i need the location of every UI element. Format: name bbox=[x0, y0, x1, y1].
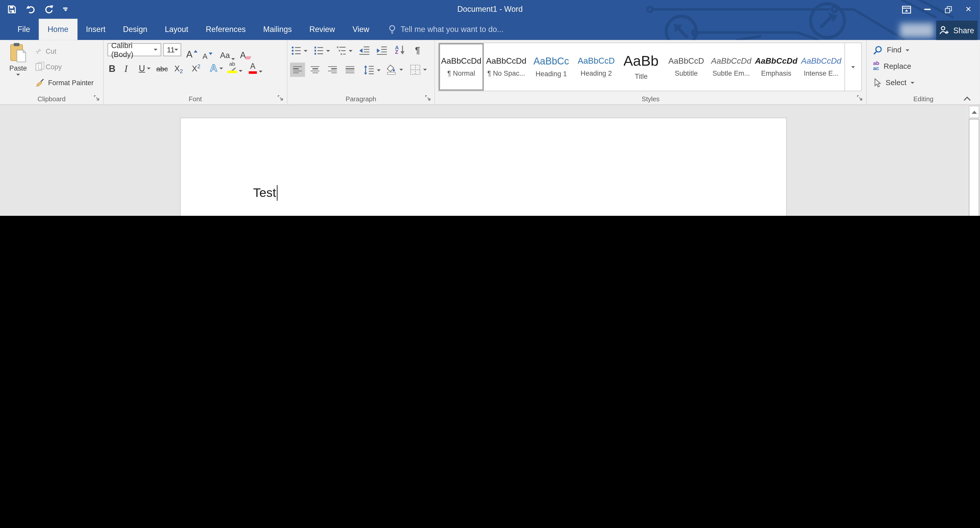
underline-dropdown-arrow[interactable] bbox=[147, 67, 151, 69]
highlight-dropdown-arrow[interactable] bbox=[239, 70, 242, 72]
find-dropdown-arrow[interactable] bbox=[906, 49, 910, 51]
bullets-dropdown-arrow[interactable] bbox=[304, 49, 308, 51]
increase-indent-button[interactable] bbox=[376, 45, 387, 57]
replace-button[interactable]: ab ac Replace bbox=[873, 59, 911, 73]
cut-label: Cut bbox=[46, 48, 56, 55]
decrease-indent-icon bbox=[359, 46, 370, 56]
line-spacing-button[interactable] bbox=[364, 64, 380, 76]
tab-mailings[interactable]: Mailings bbox=[255, 19, 301, 40]
clear-formatting-button[interactable]: A bbox=[240, 45, 251, 59]
line-spacing-dropdown-arrow[interactable] bbox=[377, 69, 381, 71]
text-highlight-button[interactable]: ab bbox=[228, 62, 242, 73]
style-subtitle[interactable]: AaBbCcD Subtitle bbox=[663, 43, 709, 91]
font-dialog-launcher[interactable] bbox=[277, 95, 284, 101]
justify-button[interactable] bbox=[342, 63, 358, 77]
sort-arrow-icon bbox=[400, 45, 405, 55]
document-page[interactable]: Test bbox=[180, 118, 787, 216]
share-button[interactable]: Share bbox=[936, 21, 977, 40]
find-button[interactable]: Find bbox=[873, 43, 910, 57]
lightbulb-icon bbox=[388, 25, 396, 34]
redo-button[interactable] bbox=[45, 5, 54, 14]
style-intense-emphasis[interactable]: AaBbCcDd Intense E... bbox=[799, 43, 844, 91]
style-normal[interactable]: AaBbCcDd ¶ Normal bbox=[439, 43, 484, 91]
style-subtle-emphasis[interactable]: AaBbCcDd Subtle Em... bbox=[709, 43, 754, 91]
superscript-button[interactable]: X2 bbox=[192, 64, 200, 73]
copy-pages-icon bbox=[35, 63, 41, 70]
underline-button[interactable]: U bbox=[139, 64, 151, 72]
text-effects-button[interactable]: A bbox=[210, 63, 223, 73]
clipboard-dialog-launcher[interactable] bbox=[94, 95, 100, 101]
shrink-font-arrow-icon bbox=[209, 53, 213, 55]
styles-dialog-launcher[interactable] bbox=[857, 95, 863, 101]
vertical-scrollbar[interactable] bbox=[968, 105, 980, 216]
editing-group: Find ab ac Replace Select Editing bbox=[867, 40, 980, 105]
tab-home[interactable]: Home bbox=[39, 19, 77, 40]
align-left-button[interactable] bbox=[290, 63, 305, 77]
ribbon-display-options-button[interactable] bbox=[896, 0, 917, 18]
subscript-button[interactable]: X2 bbox=[174, 64, 183, 73]
save-button[interactable] bbox=[7, 5, 16, 14]
multilevel-dropdown-arrow[interactable] bbox=[349, 49, 353, 51]
restore-button[interactable] bbox=[937, 0, 958, 18]
decrease-indent-button[interactable] bbox=[359, 45, 370, 57]
account-user-button[interactable] bbox=[900, 23, 934, 37]
style-heading-1[interactable]: AaBbCc Heading 1 bbox=[529, 43, 574, 91]
tell-me-box[interactable]: Tell me what you want to do... bbox=[388, 19, 504, 40]
show-hide-paragraph-button[interactable]: ¶ bbox=[415, 44, 420, 56]
styles-more-button[interactable] bbox=[844, 43, 861, 91]
bold-button[interactable]: B bbox=[109, 64, 116, 73]
shading-button[interactable] bbox=[386, 63, 403, 76]
numbering-dropdown-arrow[interactable] bbox=[326, 49, 330, 51]
align-right-button[interactable] bbox=[325, 63, 340, 77]
minimize-button[interactable] bbox=[917, 0, 937, 18]
style-heading-2[interactable]: AaBbCcD Heading 2 bbox=[574, 43, 619, 91]
scrollbar-thumb[interactable] bbox=[969, 119, 980, 216]
tab-design[interactable]: Design bbox=[114, 19, 156, 40]
shrink-font-button[interactable]: A bbox=[202, 45, 212, 60]
select-cursor-icon bbox=[873, 78, 881, 87]
text-effects-dropdown-arrow[interactable] bbox=[219, 67, 223, 69]
customize-quick-access-toolbar-button[interactable] bbox=[63, 8, 67, 11]
strikethrough-button[interactable]: abc bbox=[156, 66, 168, 73]
font-color-button[interactable]: A bbox=[249, 63, 262, 74]
style-emphasis[interactable]: AaBbCcDd Emphasis bbox=[754, 43, 799, 91]
tab-layout[interactable]: Layout bbox=[156, 19, 197, 40]
copy-button[interactable]: Copy bbox=[35, 61, 62, 73]
font-size-combobox[interactable]: 11 bbox=[163, 43, 181, 56]
format-painter-brush-icon bbox=[35, 78, 44, 87]
undo-button[interactable] bbox=[25, 5, 35, 14]
style-no-spacing[interactable]: AaBbCcDd ¶ No Spac... bbox=[484, 43, 529, 91]
tab-file[interactable]: File bbox=[9, 19, 39, 40]
bullets-button[interactable] bbox=[291, 45, 308, 57]
style-title[interactable]: AaBb Title bbox=[619, 43, 663, 91]
italic-button[interactable]: I bbox=[124, 64, 128, 73]
borders-button[interactable] bbox=[410, 63, 427, 76]
shading-dropdown-arrow[interactable] bbox=[399, 69, 403, 70]
grow-font-button[interactable]: A bbox=[186, 44, 197, 59]
tab-view[interactable]: View bbox=[344, 19, 378, 40]
paste-label: Paste bbox=[9, 64, 27, 72]
document-text-line: Test bbox=[253, 185, 278, 201]
borders-dropdown-arrow[interactable] bbox=[423, 69, 427, 70]
format-painter-button[interactable]: Format Painter bbox=[35, 76, 94, 89]
tab-review[interactable]: Review bbox=[301, 19, 344, 40]
paste-button[interactable]: Paste bbox=[4, 42, 32, 90]
collapse-ribbon-button[interactable] bbox=[963, 96, 971, 102]
close-button[interactable]: ✕ bbox=[958, 0, 979, 18]
multilevel-list-button[interactable] bbox=[336, 45, 353, 57]
change-case-button[interactable]: Aa bbox=[220, 45, 235, 60]
scroll-up-button[interactable] bbox=[969, 105, 980, 118]
font-color-dropdown-arrow[interactable] bbox=[259, 70, 263, 72]
paste-dropdown-arrow[interactable] bbox=[16, 74, 20, 76]
find-magnifier-icon bbox=[873, 45, 883, 55]
select-dropdown-arrow[interactable] bbox=[911, 81, 915, 83]
font-family-combobox[interactable]: Calibri (Body) bbox=[108, 43, 161, 56]
paragraph-dialog-launcher[interactable] bbox=[425, 95, 431, 101]
select-button[interactable]: Select bbox=[873, 76, 915, 89]
cut-button[interactable]: ✂ Cut bbox=[35, 45, 56, 57]
tab-insert[interactable]: Insert bbox=[77, 19, 114, 40]
numbering-button[interactable] bbox=[314, 45, 330, 57]
align-center-button[interactable] bbox=[307, 63, 323, 77]
tab-references[interactable]: References bbox=[197, 19, 255, 40]
sort-button[interactable]: AZ bbox=[395, 44, 405, 56]
